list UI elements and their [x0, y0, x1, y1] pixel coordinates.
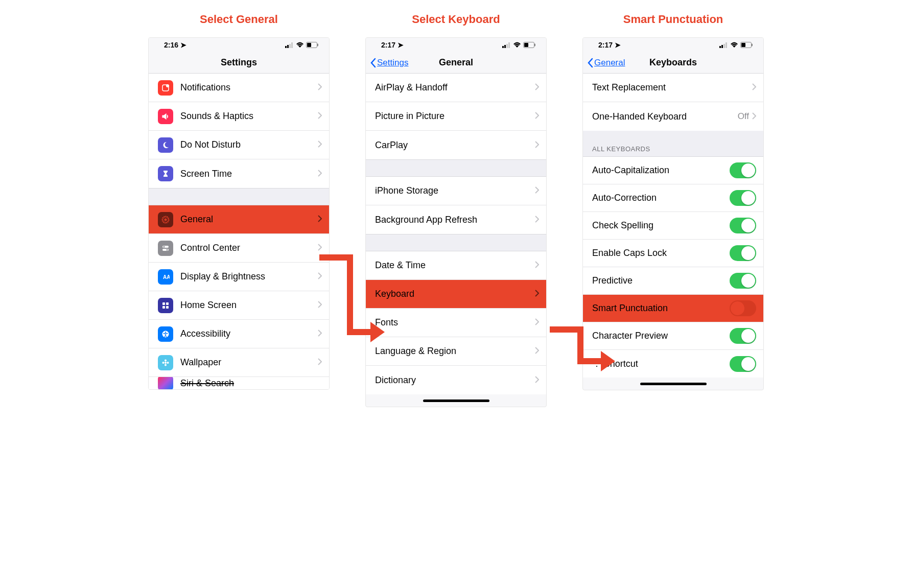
label: Keyboard: [375, 289, 535, 299]
row-accessibility[interactable]: Accessibility: [149, 320, 329, 348]
row-auto-cap[interactable]: Auto-Capitalization: [583, 157, 763, 184]
toggle-on[interactable]: [730, 218, 756, 233]
row-keyboard[interactable]: Keyboard: [366, 280, 546, 309]
label: Background App Refresh: [375, 215, 535, 225]
row-screentime[interactable]: Screen Time: [149, 159, 329, 188]
toggle-on[interactable]: [730, 328, 756, 344]
row-auto-correction[interactable]: Auto-Correction: [583, 184, 763, 212]
toggle-on[interactable]: [730, 245, 756, 261]
status-time: 2:17➤: [598, 41, 621, 49]
back-label: Settings: [377, 58, 408, 68]
svg-point-21: [165, 332, 167, 333]
row-general[interactable]: General: [149, 205, 329, 234]
battery-icon: [306, 42, 319, 48]
row-airplay[interactable]: AirPlay & Handoff: [366, 74, 546, 102]
chevron-right-icon: [535, 111, 539, 122]
svg-rect-39: [741, 43, 745, 47]
svg-rect-17: [166, 302, 169, 305]
chevron-left-icon: [370, 58, 376, 68]
svg-rect-35: [721, 45, 723, 48]
label: Date & Time: [375, 260, 535, 271]
label: AirPlay & Handoff: [375, 82, 535, 93]
chevron-right-icon: [318, 82, 322, 93]
row-iphone-storage[interactable]: iPhone Storage: [366, 177, 546, 205]
svg-point-22: [165, 362, 167, 364]
battery-icon: [523, 42, 536, 48]
signal-icon: [719, 42, 728, 48]
label: Predictive: [592, 275, 730, 286]
label: Dictionary: [375, 375, 535, 386]
row-sounds[interactable]: Sounds & Haptics: [149, 102, 329, 131]
notifications-icon: [158, 80, 173, 96]
row-smart-punctuation[interactable]: Smart Punctuation: [583, 295, 763, 322]
chevron-right-icon: [535, 375, 539, 386]
section-separator: [149, 188, 329, 205]
svg-rect-5: [307, 43, 311, 47]
page-title: General: [439, 57, 473, 68]
label: Enable Caps Lock: [592, 248, 730, 258]
chevron-right-icon: [318, 111, 322, 122]
row-predictive[interactable]: Predictive: [583, 267, 763, 295]
row-siri[interactable]: Siri & Search: [149, 377, 329, 389]
location-arrow-icon: ➤: [615, 41, 621, 49]
flower-icon: [158, 355, 173, 370]
label: Auto-Capitalization: [592, 165, 730, 176]
status-bar: 2:17➤: [583, 38, 763, 52]
phone-general: 2:17➤ Settings General AirPlay & Handoff…: [365, 37, 547, 407]
svg-point-24: [165, 364, 167, 366]
row-home-screen[interactable]: Home Screen: [149, 291, 329, 320]
svg-rect-16: [162, 302, 165, 305]
toggle-on[interactable]: [730, 190, 756, 206]
back-button[interactable]: General: [587, 58, 625, 68]
row-language[interactable]: Language & Region: [366, 337, 546, 366]
svg-rect-40: [752, 44, 753, 46]
svg-rect-27: [502, 46, 504, 48]
toggle-on[interactable]: [730, 162, 756, 178]
navbar: Settings: [149, 52, 329, 74]
row-carplay[interactable]: CarPlay: [366, 131, 546, 159]
svg-rect-2: [289, 44, 291, 48]
row-control-center[interactable]: Control Center: [149, 234, 329, 263]
svg-rect-29: [506, 44, 508, 48]
toggle-on[interactable]: [730, 356, 756, 372]
label: Text Replacement: [592, 82, 752, 93]
section-separator: [366, 159, 546, 177]
label: Control Center: [180, 243, 318, 253]
row-check-spelling[interactable]: Check Spelling: [583, 212, 763, 240]
chevron-right-icon: [318, 139, 322, 150]
label: Auto-Correction: [592, 193, 730, 203]
chevron-right-icon: [535, 215, 539, 225]
chevron-right-icon: [752, 82, 756, 93]
row-wallpaper[interactable]: Wallpaper: [149, 348, 329, 377]
location-arrow-icon: ➤: [397, 41, 404, 49]
toggle-off[interactable]: [730, 300, 756, 316]
home-indicator: [366, 394, 546, 407]
siri-icon: [158, 377, 173, 389]
toggle-on[interactable]: [730, 273, 756, 289]
row-display[interactable]: AA Display & Brightness: [149, 263, 329, 291]
row-notifications[interactable]: Notifications: [149, 74, 329, 102]
row-date-time[interactable]: Date & Time: [366, 251, 546, 280]
label: Wallpaper: [180, 357, 318, 368]
back-button[interactable]: Settings: [370, 58, 408, 68]
row-pip[interactable]: Picture in Picture: [366, 102, 546, 131]
flow-arrow-2: [550, 326, 615, 375]
svg-rect-34: [719, 46, 721, 48]
row-dnd[interactable]: Do Not Disturb: [149, 131, 329, 159]
row-one-handed[interactable]: One-Handed KeyboardOff: [583, 102, 763, 131]
sounds-icon: [158, 109, 173, 124]
svg-rect-18: [162, 306, 165, 309]
row-dictionary[interactable]: Dictionary: [366, 366, 546, 394]
label: Home Screen: [180, 300, 318, 311]
chevron-right-icon: [318, 169, 322, 179]
svg-rect-3: [291, 42, 293, 48]
label: Siri & Search: [180, 378, 322, 389]
chevron-right-icon: [535, 346, 539, 357]
battery-icon: [740, 42, 753, 48]
row-text-replacement[interactable]: Text Replacement: [583, 74, 763, 102]
row-caps-lock[interactable]: Enable Caps Lock: [583, 240, 763, 267]
label: Language & Region: [375, 346, 535, 357]
row-fonts[interactable]: Fonts: [366, 309, 546, 337]
label: CarPlay: [375, 140, 535, 151]
row-bg-refresh[interactable]: Background App Refresh: [366, 205, 546, 234]
